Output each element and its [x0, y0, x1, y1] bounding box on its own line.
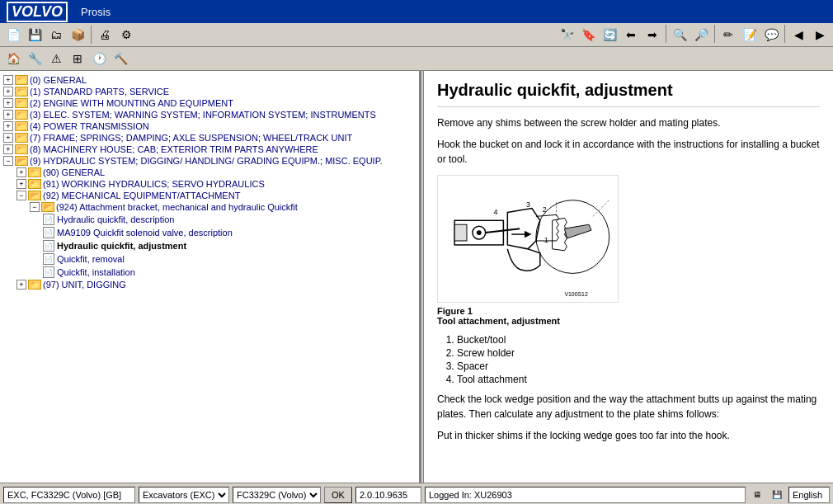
comment-btn[interactable]: 💬 [761, 25, 781, 45]
svg-text:4: 4 [494, 208, 498, 216]
doc-icon-4: 📄 [43, 253, 54, 265]
tree-item-2[interactable]: + 📁 (2) ENGINE WITH MOUNTING AND EQUIPME… [0, 97, 419, 109]
tree-item-9[interactable]: − 📂 (9) HYDRAULIC SYSTEM; DIGGING/ HANDL… [0, 155, 419, 167]
label-doc5: Quickfit, installation [57, 267, 135, 277]
svg-rect-2 [454, 224, 467, 241]
ok-button[interactable]: OK [324, 487, 352, 503]
label-7: (7) FRAME; SPRINGS; DAMPING; AXLE SUSPEN… [30, 133, 352, 143]
sep2 [666, 25, 666, 43]
status-icon-2[interactable]: 💾 [769, 487, 785, 503]
folder-91: 📁 [28, 179, 41, 189]
list-item-3: Spacer [457, 360, 820, 372]
language-text: English [793, 490, 822, 500]
expand-7[interactable]: + [3, 133, 13, 143]
tree-panel[interactable]: + 📁 (0) GENERAL + 📁 (1) STANDARD PARTS, … [0, 71, 421, 483]
status-bar: EXC, FC3329C (Volvo) [GB] Excavators (EX… [0, 483, 833, 504]
app-title: Prosis [81, 6, 111, 18]
expand-97[interactable]: + [16, 280, 26, 290]
warning-btn[interactable]: ⚠ [46, 49, 66, 68]
expand-1[interactable]: + [3, 87, 13, 97]
home-btn[interactable]: 🏠 [3, 49, 23, 68]
back-btn[interactable]: ◀ [788, 25, 808, 45]
tree-view-btn[interactable]: 🗂 [46, 25, 66, 45]
tree-item-7[interactable]: + 📁 (7) FRAME; SPRINGS; DAMPING; AXLE SU… [0, 132, 419, 144]
zoom-out-btn[interactable]: 🔎 [691, 25, 711, 45]
expand-4[interactable]: + [3, 121, 13, 131]
label-4: (4) POWER TRANSMISSION [30, 121, 149, 131]
tree-item-4[interactable]: + 📁 (4) POWER TRANSMISSION [0, 120, 419, 132]
folder-1: 📁 [15, 87, 28, 97]
login-info-field: Logged In: XU26903 [425, 487, 746, 503]
tree-item-doc5[interactable]: 📄 Quickfit, installation [0, 266, 419, 279]
tree-item-97[interactable]: + 📁 (97) UNIT, DIGGING [0, 279, 419, 290]
note-btn[interactable]: 📝 [740, 25, 760, 45]
label-90: (90) GENERAL [43, 167, 105, 177]
label-0: (0) GENERAL [30, 75, 87, 85]
expand-92[interactable]: − [16, 191, 26, 200]
folder-3: 📁 [15, 110, 28, 120]
login-info-text: Logged In: XU26903 [429, 490, 512, 500]
tree-item-doc1[interactable]: 📄 Hydraulic quickfit, description [0, 213, 419, 226]
clock-btn[interactable]: 🕐 [89, 49, 109, 68]
figure-image: 4 3 2 1 [437, 175, 619, 303]
expand-8[interactable]: + [3, 144, 13, 154]
tree-item-91[interactable]: + 📁 (91) WORKING HYDRAULICS; SERVO HYDRA… [0, 178, 419, 190]
tree-item-doc4[interactable]: 📄 Quickfit, removal [0, 252, 419, 266]
tree-item-doc3[interactable]: 📄 Hydraulic quickfit, adjustment [0, 239, 419, 252]
version-field: 2.0.10.9635 [355, 487, 421, 503]
model-select[interactable]: FC3329C (Volvo) [233, 487, 321, 503]
tree-item-3[interactable]: + 📁 (3) ELEC. SYSTEM; WARNING SYSTEM; IN… [0, 109, 419, 120]
folder-92: 📂 [28, 191, 41, 200]
language-field: English [788, 487, 830, 503]
save-btn[interactable]: 💾 [25, 25, 45, 45]
folder-924: 📂 [41, 202, 54, 212]
content-para-1: Remove any shims between the screw holde… [437, 115, 820, 130]
nav-next-btn[interactable]: ➡ [642, 25, 662, 45]
tree-item-8[interactable]: + 📁 (8) MACHINERY HOUSE; CAB; EXTERIOR T… [0, 144, 419, 155]
settings-btn[interactable]: ⚙ [116, 25, 136, 45]
category-select[interactable]: Excavators (EXC) [139, 487, 229, 503]
tree-item-1[interactable]: + 📁 (1) STANDARD PARTS, SERVICE [0, 86, 419, 97]
tree-item-90[interactable]: + 📁 (90) GENERAL [0, 167, 419, 178]
expand-9[interactable]: − [3, 156, 13, 166]
edit-btn[interactable]: ✏ [718, 25, 738, 45]
forward-btn[interactable]: ▶ [810, 25, 830, 45]
machine-info-text: EXC, FC3329C (Volvo) [GB] [7, 490, 121, 500]
title-bar: VOLVO Prosis [0, 0, 833, 23]
tree-item-0[interactable]: + 📁 (0) GENERAL [0, 74, 419, 86]
refresh-btn[interactable]: 🔄 [600, 25, 619, 45]
list-item-4: Tool attachment [457, 374, 820, 385]
expand-0[interactable]: + [3, 75, 13, 85]
status-icon-1[interactable]: 🖥 [749, 487, 765, 503]
label-doc4: Quickfit, removal [57, 254, 125, 264]
folder-97: 📁 [28, 280, 41, 290]
tree-item-924[interactable]: − 📂 (924) Attachment bracket, mechanical… [0, 201, 419, 213]
label-8: (8) MACHINERY HOUSE; CAB; EXTERIOR TRIM … [30, 144, 318, 154]
content-panel: Hydraulic quickfit, adjustment Remove an… [424, 71, 833, 483]
expand-90[interactable]: + [16, 167, 26, 177]
folder-2: 📁 [15, 98, 28, 108]
zoom-in-btn[interactable]: 🔍 [670, 25, 689, 45]
svg-text:V100S12: V100S12 [564, 291, 588, 297]
version-text: 2.0.10.9635 [360, 490, 407, 500]
expand-3[interactable]: + [3, 110, 13, 120]
bookmark-btn[interactable]: 🔖 [578, 25, 598, 45]
expand-2[interactable]: + [3, 98, 13, 108]
content-title: Hydraulic quickfit, adjustment [437, 81, 820, 107]
grid-btn[interactable]: ⊞ [68, 49, 87, 68]
expand-91[interactable]: + [16, 179, 26, 189]
content-para-3: Check the lock wedge position and the wa… [437, 392, 820, 422]
label-1: (1) STANDARD PARTS, SERVICE [30, 87, 169, 97]
tree-item-doc2[interactable]: 📄 MA9109 Quickfit solenoid valve, descri… [0, 226, 419, 239]
wrench-btn[interactable]: 🔧 [25, 49, 45, 68]
box-view-btn[interactable]: 📦 [68, 25, 87, 45]
nav-prev-btn[interactable]: ⬅ [621, 25, 641, 45]
print-btn[interactable]: 🖨 [95, 25, 115, 45]
binoculars-btn[interactable]: 🔭 [557, 25, 577, 45]
label-924: (924) Attachment bracket, mechanical and… [56, 202, 298, 212]
folder-4: 📁 [15, 121, 28, 131]
tools-btn[interactable]: 🔨 [111, 49, 130, 68]
open-file-btn[interactable]: 📄 [3, 25, 23, 45]
expand-924[interactable]: − [30, 202, 40, 212]
tree-item-92[interactable]: − 📂 (92) MECHANICAL EQUIPMENT/ATTACHMENT [0, 190, 419, 201]
